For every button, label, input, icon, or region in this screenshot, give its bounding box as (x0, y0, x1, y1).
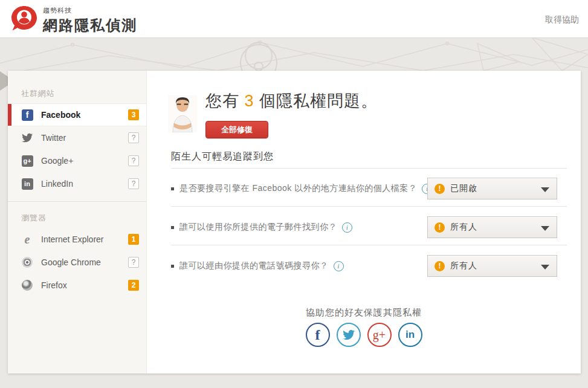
question-text: 是否要搜尋引擎在 Facebook 以外的地方連結你的個人檔案？ (179, 183, 417, 194)
share-twitter-icon[interactable] (337, 323, 361, 347)
sidebar-item-label: Facebook (41, 110, 80, 120)
brand-company-name: 趨勢科技 (43, 6, 137, 15)
question-text: 誰可以經由你提供的電話號碼搜尋你？ (179, 260, 329, 271)
app-title: 網路隱私偵測 (43, 16, 137, 35)
section-title: 陌生人可輕易追蹤到您 (171, 150, 274, 163)
sidebar-divider (8, 201, 146, 202)
google-plus-icon: g+ (21, 155, 33, 167)
internet-explorer-icon: e (21, 233, 33, 245)
headline: 您有 3 個隱私權問題。 (205, 90, 378, 112)
app-window: 趨勢科技 網路隱私偵測 取得協助 社群網站 f Facebook 3 (0, 0, 588, 388)
fix-all-button[interactable]: 全部修復 (205, 121, 268, 138)
share-icons: f g+ in (147, 323, 581, 347)
question-text: 誰可以使用你所提供的電子郵件找到你？ (179, 222, 337, 233)
question-row-3: 誰可以經由你提供的電話號碼搜尋你？ i (171, 260, 344, 271)
share-prompt: 協助您的好友保護其隱私權 (147, 307, 581, 318)
sidebar-section-social-label: 社群網站 (8, 88, 146, 100)
sidebar-item-label: Twitter (41, 133, 66, 143)
sidebar-item-google-plus[interactable]: g+ Google+ ? (8, 149, 146, 172)
sidebar-item-google-chrome[interactable]: Google Chrome ? (8, 251, 146, 274)
info-icon[interactable]: i (334, 261, 344, 271)
issue-count: 3 (245, 92, 254, 110)
share-linkedin-icon[interactable]: in (398, 323, 422, 347)
warning-icon: ! (435, 222, 445, 233)
twitter-icon (21, 132, 33, 144)
sidebar-item-linkedin[interactable]: in LinkedIn ? (8, 172, 146, 195)
linkedin-icon: in (21, 178, 33, 190)
bullet-icon (171, 187, 174, 190)
sidebar-item-firefox[interactable]: Firefox 2 (8, 274, 146, 297)
caret-down-icon (541, 187, 549, 192)
sidebar-item-label: Google+ (41, 156, 73, 166)
divider (171, 168, 567, 169)
warning-icon: ! (435, 184, 445, 194)
divider (171, 245, 567, 245)
sidebar-item-label: Firefox (41, 280, 67, 290)
issue-count-badge: 2 (128, 280, 139, 291)
headline-suffix: 個隱私權問題。 (254, 92, 378, 110)
main-panel: 您有 3 個隱私權問題。 全部修復 陌生人可輕易追蹤到您 是否要搜尋引擎在 Fa… (147, 71, 581, 373)
unknown-status-badge: ? (128, 178, 139, 189)
privacy-setting-dropdown-1[interactable]: ! 已開啟 (427, 178, 557, 199)
privacy-setting-dropdown-3[interactable]: ! 所有人 (427, 255, 557, 277)
divider (171, 206, 567, 207)
firefox-icon (21, 279, 33, 291)
dropdown-value: 所有人 (450, 222, 477, 233)
question-row-2: 誰可以使用你所提供的電子郵件找到你？ i (171, 222, 352, 233)
sidebar-item-twitter[interactable]: Twitter ? (8, 126, 146, 149)
brand: 趨勢科技 網路隱私偵測 (43, 6, 137, 35)
unknown-status-badge: ? (128, 155, 139, 166)
privacy-setting-dropdown-2[interactable]: ! 所有人 (427, 216, 557, 238)
dropdown-value: 已開啟 (450, 183, 477, 194)
sidebar-item-label: Google Chrome (41, 257, 101, 267)
caret-down-icon (541, 265, 549, 270)
issue-count-badge: 3 (128, 109, 139, 120)
caret-down-icon (541, 226, 549, 231)
sidebar: 社群網站 f Facebook 3 Twitter ? g+ (8, 71, 147, 373)
bullet-icon (171, 226, 174, 229)
sidebar-item-label: LinkedIn (41, 179, 73, 189)
dropdown-value: 所有人 (450, 260, 477, 271)
facebook-icon: f (21, 109, 33, 121)
trend-micro-logo (11, 5, 37, 34)
warning-icon: ! (435, 261, 445, 271)
bullet-icon (171, 265, 174, 268)
share-facebook-icon[interactable]: f (306, 323, 330, 347)
question-row-1: 是否要搜尋引擎在 Facebook 以外的地方連結你的個人檔案？ i (171, 183, 432, 194)
info-icon[interactable]: i (342, 222, 352, 233)
sidebar-section-browsers-label: 瀏覽器 (8, 212, 146, 224)
sidebar-item-internet-explorer[interactable]: e Internet Explorer 1 (8, 228, 146, 251)
headline-prefix: 您有 (205, 92, 245, 110)
sidebar-item-facebook[interactable]: f Facebook 3 (8, 103, 146, 126)
user-avatar (168, 95, 197, 132)
unknown-status-badge: ? (128, 132, 139, 143)
header: 趨勢科技 網路隱私偵測 取得協助 (0, 0, 588, 38)
issue-count-badge: 1 (128, 234, 139, 245)
unknown-status-badge: ? (128, 257, 139, 268)
get-help-link[interactable]: 取得協助 (545, 15, 579, 25)
google-chrome-icon (21, 256, 33, 268)
share-google-plus-icon[interactable]: g+ (367, 323, 392, 347)
sidebar-item-label: Internet Explorer (41, 234, 104, 244)
content-panel: 社群網站 f Facebook 3 Twitter ? g+ (8, 71, 581, 373)
